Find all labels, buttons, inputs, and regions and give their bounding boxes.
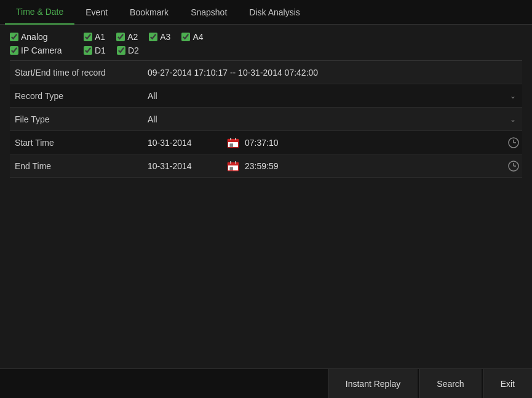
analog-label-group: Analog	[10, 32, 84, 42]
file-type-value[interactable]: All ⌄	[148, 114, 520, 124]
main-content: Analog A1 A2 A3 A4	[0, 25, 532, 185]
analog-a2-label[interactable]: A2	[116, 32, 138, 42]
ip-camera-label: IP Camera	[21, 46, 62, 55]
start-time-row: Start Time 10-31-2014 ▦ 07:37:10	[10, 131, 522, 154]
record-type-value[interactable]: All ⌄	[148, 91, 520, 101]
ip-camera-label-group: IP Camera	[10, 46, 84, 55]
analog-checkbox-label[interactable]: Analog	[10, 32, 48, 42]
nav-item-snapshot[interactable]: Snapshot	[180, 0, 238, 25]
analog-a2-text: A2	[127, 32, 138, 42]
ip-camera-checkbox-label[interactable]: IP Camera	[10, 46, 62, 55]
analog-a3-checkbox[interactable]	[149, 33, 157, 41]
search-button[interactable]: Search	[419, 369, 481, 399]
analog-a4-checkbox[interactable]	[181, 33, 190, 41]
analog-a2-checkbox[interactable]	[116, 33, 125, 41]
svg-rect-10	[228, 162, 239, 165]
file-type-row[interactable]: File Type All ⌄	[10, 108, 522, 131]
start-time-calendar-icon[interactable]: ▦	[226, 137, 240, 149]
ip-camera-checkbox[interactable]	[10, 46, 18, 55]
analog-a1-label[interactable]: A1	[84, 32, 105, 42]
ip-d2-checkbox[interactable]	[117, 46, 125, 55]
form-section: Start/End time of record 09-27-2014 17:1…	[10, 60, 522, 178]
start-end-label: Start/End time of record	[12, 68, 148, 78]
end-time-label: End Time	[12, 161, 148, 171]
exit-button[interactable]: Exit	[483, 369, 532, 399]
start-time-clock-icon[interactable]	[507, 137, 520, 149]
start-time-date: 10-31-2014	[148, 138, 221, 148]
end-time-datetime: 10-31-2014 ▦ 23:59:59	[148, 160, 520, 172]
start-end-value: 09-27-2014 17:10:17 -- 10-31-2014 07:42:…	[148, 68, 520, 78]
start-time-datetime: 10-31-2014 ▦ 07:37:10	[148, 137, 520, 149]
nav-item-disk-analysis[interactable]: Disk Analysis	[238, 0, 311, 25]
analog-section: Analog A1 A2 A3 A4	[10, 32, 522, 42]
svg-text:▦: ▦	[229, 143, 234, 147]
start-time-label: Start Time	[12, 138, 148, 148]
ip-d1-checkbox[interactable]	[84, 46, 92, 55]
ip-camera-section: IP Camera D1 D2	[10, 46, 522, 55]
end-time-calendar-icon[interactable]: ▦	[226, 160, 240, 172]
record-type-label: Record Type	[12, 91, 148, 101]
analog-a3-text: A3	[160, 32, 170, 42]
analog-a3-label[interactable]: A3	[149, 32, 170, 42]
end-time-row: End Time 10-31-2014 ▦ 23:59:59	[10, 154, 522, 178]
start-end-row: Start/End time of record 09-27-2014 17:1…	[10, 61, 522, 84]
end-time-date: 10-31-2014	[148, 161, 221, 171]
start-time-time: 07:37:10	[245, 138, 294, 148]
nav-item-time-date[interactable]: Time & Date	[5, 0, 74, 25]
record-type-row[interactable]: Record Type All ⌄	[10, 84, 522, 108]
ip-d1-label[interactable]: D1	[84, 46, 106, 55]
record-type-text: All	[148, 91, 157, 101]
file-type-dropdown-icon[interactable]: ⌄	[510, 115, 516, 124]
nav-bar: Time & Date Event Bookmark Snapshot Disk…	[0, 0, 532, 25]
analog-checkbox[interactable]	[10, 33, 18, 41]
ip-d2-label[interactable]: D2	[117, 46, 139, 55]
file-type-text: All	[148, 114, 157, 124]
svg-text:▦: ▦	[229, 166, 234, 170]
analog-a4-text: A4	[193, 32, 203, 42]
nav-item-event[interactable]: Event	[74, 0, 119, 25]
ip-channel-items: D1 D2	[84, 46, 139, 55]
bottom-bar: Instant Replay Search Exit	[0, 368, 532, 398]
end-time-time: 23:59:59	[245, 161, 294, 171]
analog-label: Analog	[21, 32, 48, 42]
file-type-label: File Type	[12, 114, 148, 124]
analog-channel-items: A1 A2 A3 A4	[84, 32, 204, 42]
analog-a4-label[interactable]: A4	[181, 32, 203, 42]
ip-d2-text: D2	[128, 46, 139, 55]
nav-item-bookmark[interactable]: Bookmark	[119, 0, 180, 25]
analog-a1-checkbox[interactable]	[84, 33, 92, 41]
analog-a1-text: A1	[95, 32, 105, 42]
instant-replay-button[interactable]: Instant Replay	[328, 369, 418, 399]
end-time-clock-icon[interactable]	[507, 160, 520, 172]
svg-rect-1	[228, 139, 239, 142]
record-type-dropdown-icon[interactable]: ⌄	[510, 92, 516, 100]
ip-d1-text: D1	[95, 46, 106, 55]
